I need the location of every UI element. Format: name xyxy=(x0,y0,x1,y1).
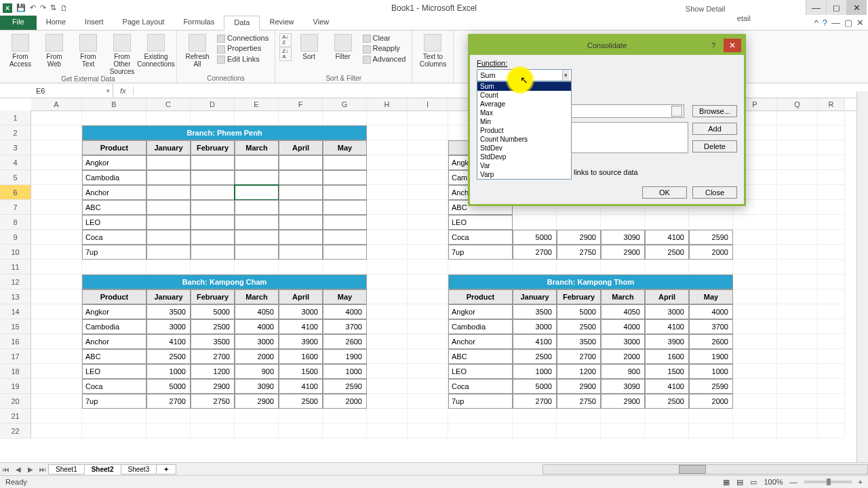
cell-r3-c17[interactable] xyxy=(818,140,845,155)
row-head-9[interactable]: 9 xyxy=(0,230,31,245)
cell-r22-c8[interactable] xyxy=(408,424,448,439)
cell-r5-c0[interactable] xyxy=(31,170,82,185)
cell-r11-c1[interactable] xyxy=(82,260,146,274)
cell-r12-c8[interactable] xyxy=(408,274,448,289)
cell-r10-c13[interactable]: 2500 xyxy=(645,245,689,260)
filter-button[interactable]: Filter xyxy=(327,32,359,60)
cell-r1-c17[interactable] xyxy=(818,110,845,125)
close-button-dlg[interactable]: Close xyxy=(692,186,737,199)
cell-r8-c16[interactable] xyxy=(777,215,818,230)
cell-r22-c10[interactable] xyxy=(513,424,557,439)
cell-r16-c1[interactable]: Anchor xyxy=(82,334,146,349)
cell-r21-c4[interactable] xyxy=(235,409,279,424)
cell-r17-c15[interactable] xyxy=(733,349,777,364)
cell-r5-c16[interactable] xyxy=(777,170,818,185)
cell-r11-c6[interactable] xyxy=(323,260,367,274)
cell-r2-c6[interactable]: Branch: Phnem Penh xyxy=(82,125,367,140)
cell-r3-c0[interactable] xyxy=(31,140,82,155)
func-option-average[interactable]: Average xyxy=(477,100,571,108)
cell-r17-c16[interactable] xyxy=(777,349,818,364)
sort-asc-button[interactable]: A↓Z xyxy=(279,33,291,47)
cell-r1-c5[interactable] xyxy=(279,110,323,125)
cell-r14-c6[interactable]: 4000 xyxy=(323,304,367,319)
cell-r20-c7[interactable] xyxy=(367,394,408,409)
sheet-nav-prev[interactable]: ◀ xyxy=(12,466,24,473)
cell-r11-c11[interactable] xyxy=(557,260,601,274)
cell-r17-c9[interactable]: ABC xyxy=(448,349,513,364)
cell-r19-c17[interactable] xyxy=(818,379,845,394)
cell-r8-c0[interactable] xyxy=(31,215,82,230)
tab-view[interactable]: View xyxy=(304,16,339,30)
cell-r22-c4[interactable] xyxy=(235,424,279,439)
cell-r21-c12[interactable] xyxy=(601,409,645,424)
cell-r15-c7[interactable] xyxy=(367,319,408,334)
hide-detail-button[interactable]: etail xyxy=(686,14,751,22)
cell-r6-c6[interactable] xyxy=(323,185,367,200)
sheet-tab-2[interactable]: Sheet2 xyxy=(84,464,121,474)
tab-home[interactable]: Home xyxy=(37,16,75,30)
cell-r13-c5[interactable]: April xyxy=(279,289,323,304)
cell-r3-c4[interactable]: March xyxy=(235,140,279,155)
external-3[interactable]: From OtherSources xyxy=(106,32,138,75)
cell-r8-c12[interactable] xyxy=(601,215,645,230)
cell-r10-c15[interactable] xyxy=(733,245,777,260)
cell-r19-c10[interactable]: 5000 xyxy=(513,379,557,394)
cell-r14-c17[interactable] xyxy=(818,304,845,319)
row-head-20[interactable]: 20 xyxy=(0,394,31,409)
cell-r3-c6[interactable]: May xyxy=(323,140,367,155)
cell-r15-c2[interactable]: 3000 xyxy=(146,319,191,334)
func-option-var[interactable]: Var xyxy=(477,161,571,170)
cell-r21-c15[interactable] xyxy=(733,409,777,424)
cell-r20-c15[interactable] xyxy=(733,394,777,409)
cell-r2-c0[interactable] xyxy=(31,125,82,140)
func-option-count[interactable]: Count xyxy=(477,91,571,100)
cell-r22-c17[interactable] xyxy=(818,424,845,439)
cell-r10-c6[interactable] xyxy=(323,245,367,260)
cell-r17-c12[interactable]: 2000 xyxy=(601,349,645,364)
cell-r11-c4[interactable] xyxy=(235,260,279,274)
cell-r12-c7[interactable] xyxy=(367,274,408,289)
cell-r14-c1[interactable]: Angkor xyxy=(82,304,146,319)
cell-r20-c0[interactable] xyxy=(31,394,82,409)
cell-r3-c16[interactable] xyxy=(777,140,818,155)
cell-r9-c2[interactable] xyxy=(146,230,191,245)
cell-r11-c12[interactable] xyxy=(601,260,645,274)
cell-r17-c11[interactable]: 2700 xyxy=(557,349,601,364)
cell-r13-c15[interactable] xyxy=(733,289,777,304)
cell-r13-c7[interactable] xyxy=(367,289,408,304)
cell-r9-c5[interactable] xyxy=(279,230,323,245)
cell-r5-c5[interactable] xyxy=(279,170,323,185)
cell-r13-c16[interactable] xyxy=(777,289,818,304)
cell-r2-c7[interactable] xyxy=(367,125,408,140)
cell-r3-c3[interactable]: February xyxy=(191,140,235,155)
cell-r18-c3[interactable]: 1200 xyxy=(191,364,235,379)
cell-r9-c10[interactable]: 5000 xyxy=(513,230,557,245)
cell-r19-c11[interactable]: 2900 xyxy=(557,379,601,394)
tab-data[interactable]: Data xyxy=(224,16,260,30)
cell-r18-c17[interactable] xyxy=(818,364,845,379)
cell-r8-c11[interactable] xyxy=(557,215,601,230)
tab-file[interactable]: File xyxy=(0,16,37,30)
cell-r18-c7[interactable] xyxy=(367,364,408,379)
row-head-4[interactable]: 4 xyxy=(0,155,31,170)
cell-r16-c17[interactable] xyxy=(818,334,845,349)
cell-r13-c11[interactable]: February xyxy=(557,289,601,304)
cell-r11-c13[interactable] xyxy=(645,260,689,274)
cell-r16-c10[interactable]: 4100 xyxy=(513,334,557,349)
cell-r1-c6[interactable] xyxy=(323,110,367,125)
tab-formulas[interactable]: Formulas xyxy=(174,16,224,30)
cell-r8-c6[interactable] xyxy=(323,215,367,230)
func-option-max[interactable]: Max xyxy=(477,108,571,117)
row-head-12[interactable]: 12 xyxy=(0,274,31,289)
zoom-level[interactable]: 100% xyxy=(764,478,783,486)
cell-r8-c3[interactable] xyxy=(191,215,235,230)
minimize-button[interactable]: — xyxy=(806,0,826,15)
cell-r13-c3[interactable]: February xyxy=(191,289,235,304)
cell-r15-c11[interactable]: 2500 xyxy=(557,319,601,334)
cell-r15-c10[interactable]: 3000 xyxy=(513,319,557,334)
cell-r6-c2[interactable] xyxy=(146,185,191,200)
cell-r2-c17[interactable] xyxy=(818,125,845,140)
cell-r14-c11[interactable]: 5000 xyxy=(557,304,601,319)
cell-r3-c2[interactable]: January xyxy=(146,140,191,155)
cell-r10-c14[interactable]: 2000 xyxy=(689,245,733,260)
